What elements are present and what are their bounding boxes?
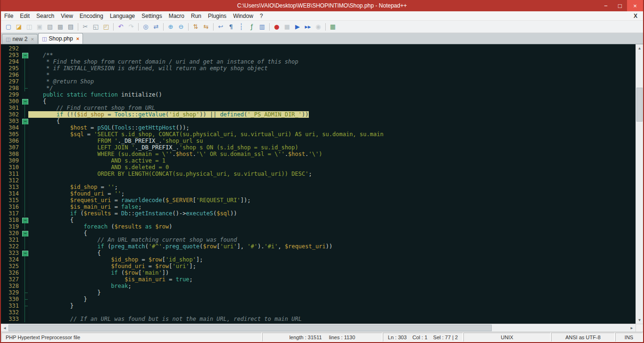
fold-collapse-icon[interactable] xyxy=(22,217,28,223)
code-line[interactable]: 322 if (preg_match('#^'.preg_quote($row[… xyxy=(1,243,636,250)
cut-icon[interactable]: ✂ xyxy=(81,22,90,32)
vertical-scrollbar[interactable]: ▲ ▼ xyxy=(636,44,643,324)
code-line[interactable]: 318 { xyxy=(1,217,636,223)
play-macro-icon[interactable]: ▶ xyxy=(293,22,302,32)
zoom-out-icon[interactable]: ⊖ xyxy=(176,22,186,32)
tab-close-icon[interactable]: × xyxy=(31,36,33,42)
menu-item-edit[interactable]: Edit xyxy=(17,12,33,20)
scroll-up-arrow[interactable]: ▲ xyxy=(636,44,643,52)
code-line[interactable]: 292 xyxy=(1,45,636,52)
scroll-right-arrow[interactable]: ► xyxy=(628,324,636,332)
code-line[interactable]: 306 FROM '._DB_PREFIX_.'shop_url su xyxy=(1,138,636,144)
code-line[interactable]: 321 // An URL matching current shop was … xyxy=(1,237,636,243)
menubar-close-button[interactable]: X xyxy=(628,13,643,19)
code-line[interactable]: 326 if ($row['main']) xyxy=(1,270,636,276)
zoom-in-icon[interactable]: ⊕ xyxy=(166,22,175,32)
minimize-button[interactable]: − xyxy=(599,0,613,11)
menu-item-language[interactable]: Language xyxy=(107,12,138,20)
fold-collapse-icon[interactable] xyxy=(22,98,28,105)
horizontal-scrollbar[interactable]: ◄ ► xyxy=(1,324,643,332)
paste-icon[interactable]: ◰ xyxy=(101,22,111,32)
code-line[interactable]: 300 { xyxy=(1,98,636,105)
code-line[interactable]: 331 } xyxy=(1,302,636,309)
indent-guide-icon[interactable]: ┆ xyxy=(237,22,246,32)
code-line[interactable]: 295 * if INSTALL_VERSION is defined, wil… xyxy=(1,65,636,72)
tab-close-icon[interactable]: × xyxy=(76,36,79,41)
code-line[interactable]: 304 $host = pSQL(Tools::getHttpHost()); xyxy=(1,124,636,131)
sync-vertical-icon[interactable]: ⇅ xyxy=(191,22,200,32)
status-typing-mode[interactable]: INS xyxy=(615,333,643,342)
code-line[interactable]: 317 if ($results = Db::getInstance()->ex… xyxy=(1,210,636,217)
tab-new-2[interactable]: ◫new 2× xyxy=(2,34,38,44)
menu-item-run[interactable]: Run xyxy=(188,12,205,20)
vertical-scroll-track[interactable] xyxy=(636,52,643,316)
horizontal-scroll-thumb[interactable] xyxy=(8,325,492,331)
menu-item-macro[interactable]: Macro xyxy=(165,12,188,20)
code-area[interactable]: 292293 /**294 * Find the shop from curre… xyxy=(1,44,636,324)
code-line[interactable]: 314 $found_uri = ''; xyxy=(1,190,636,197)
replace-icon[interactable]: ⇄ xyxy=(151,22,161,32)
code-line[interactable]: 327 $is_main_uri = true; xyxy=(1,276,636,283)
code-line[interactable]: 307 LEFT JOIN '._DB_PREFIX_.'shop s ON (… xyxy=(1,144,636,151)
record-macro-icon[interactable]: ● xyxy=(272,22,281,32)
code-line[interactable]: 329 } xyxy=(1,289,636,296)
undo-icon[interactable]: ↶ xyxy=(116,22,125,32)
status-encoding[interactable]: ANSI as UTF-8 xyxy=(551,333,615,342)
code-line[interactable]: 293 /** xyxy=(1,52,636,58)
code-line[interactable]: 316 $is_main_uri = false; xyxy=(1,204,636,210)
code-line[interactable]: 332 xyxy=(1,309,636,316)
code-line[interactable]: 319 foreach ($results as $row) xyxy=(1,223,636,230)
status-eol-format[interactable]: UNIX xyxy=(463,333,551,342)
fold-collapse-icon[interactable] xyxy=(22,250,28,256)
show-all-characters-icon[interactable]: ¶ xyxy=(226,22,236,32)
vertical-scroll-thumb[interactable] xyxy=(636,88,643,122)
function-list-icon[interactable]: ƒ xyxy=(247,22,256,32)
code-line[interactable]: 328 break; xyxy=(1,283,636,289)
code-line[interactable]: 297 * @return Shop xyxy=(1,78,636,85)
maximize-button[interactable]: □ xyxy=(613,0,627,11)
code-line[interactable]: 301 // Find current shop from URL xyxy=(1,105,636,111)
run-macro-multiple-icon[interactable]: ▸▸ xyxy=(303,22,313,32)
code-line[interactable]: 303 { xyxy=(1,118,636,124)
code-line[interactable]: 302 if (!($id_shop = Tools::getValue('id… xyxy=(1,111,636,118)
menu-item-settings[interactable]: Settings xyxy=(138,12,165,20)
status-cursor-position[interactable]: Ln : 303 Col : 1 Sel : 77 | 2 xyxy=(383,333,463,342)
code-line[interactable]: 309 AND s.active = 1 xyxy=(1,157,636,164)
plugin-icon[interactable]: ▦ xyxy=(328,22,338,32)
print-icon[interactable]: ▤ xyxy=(66,22,75,32)
document-map-icon[interactable]: ▥ xyxy=(257,22,267,32)
code-line[interactable]: 313 $id_shop = ''; xyxy=(1,184,636,190)
new-file-icon[interactable]: ▢ xyxy=(4,22,13,32)
scroll-left-arrow[interactable]: ◄ xyxy=(1,324,8,332)
code-line[interactable]: 330 } xyxy=(1,296,636,302)
code-line[interactable]: 323 { xyxy=(1,250,636,256)
close-file-icon[interactable]: ▧ xyxy=(45,22,55,32)
close-all-icon[interactable]: ▩ xyxy=(56,22,65,32)
close-button[interactable]: × xyxy=(627,0,643,11)
code-line[interactable]: 299 public static function initialize() xyxy=(1,91,636,98)
code-line[interactable]: 325 $found_uri = $row['uri']; xyxy=(1,263,636,270)
open-folder-icon[interactable]: ◪ xyxy=(14,22,24,32)
menu-item-encoding[interactable]: Encoding xyxy=(76,12,107,20)
code-line[interactable]: 320 { xyxy=(1,230,636,237)
menu-item-plugins[interactable]: Plugins xyxy=(205,12,230,20)
find-icon[interactable]: ◎ xyxy=(141,22,150,32)
code-line[interactable]: 311 ORDER BY LENGTH(CONCAT(su.physical_u… xyxy=(1,171,636,177)
code-line[interactable]: 308 WHERE (su.domain = \''.$host.'\' OR … xyxy=(1,151,636,157)
code-line[interactable]: 315 $request_uri = rawurldecode($_SERVER… xyxy=(1,197,636,204)
code-line[interactable]: 333 // If an URL was found but is not th… xyxy=(1,316,636,322)
horizontal-scroll-track[interactable] xyxy=(8,324,628,332)
sync-horizontal-icon[interactable]: ⇆ xyxy=(201,22,211,32)
code-line[interactable]: 312 xyxy=(1,177,636,184)
scroll-down-arrow[interactable]: ▼ xyxy=(636,316,643,324)
code-line[interactable]: 310 AND s.deleted = 0 xyxy=(1,164,636,171)
copy-icon[interactable]: ◱ xyxy=(91,22,100,32)
word-wrap-icon[interactable]: ↩ xyxy=(216,22,225,32)
code-line[interactable]: 294 * Find the shop from current domain … xyxy=(1,58,636,65)
code-line[interactable]: 298 */ xyxy=(1,85,636,91)
fold-collapse-icon[interactable] xyxy=(22,52,28,58)
tab-shop-php[interactable]: ◫Shop.php× xyxy=(38,33,83,44)
fold-collapse-icon[interactable] xyxy=(22,118,28,124)
menu-item-window[interactable]: Window xyxy=(230,12,256,20)
fold-collapse-icon[interactable] xyxy=(22,230,28,237)
